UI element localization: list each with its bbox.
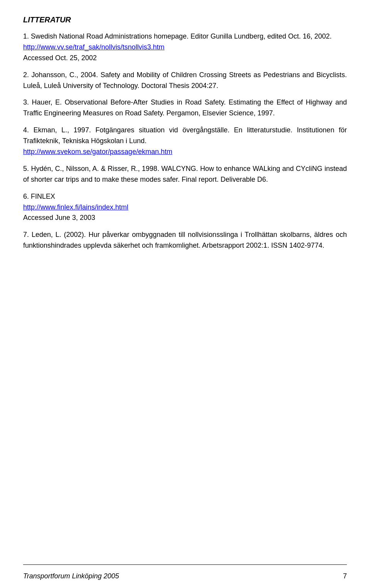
ref3-number: 3. bbox=[23, 98, 29, 106]
reference-2: 2. Johansson, C., 2004. Safety and Mobil… bbox=[23, 70, 347, 91]
ref1-number: 1. bbox=[23, 32, 29, 40]
ref6-link[interactable]: http://www.finlex.fi/lains/index.html bbox=[23, 203, 128, 211]
reference-7: 7. Leden, L. (2002). Hur påverkar ombygg… bbox=[23, 230, 347, 251]
reference-4: 4. Ekman, L., 1997. Fotgängares situatio… bbox=[23, 125, 347, 157]
reference-6: 6. FINLEX http://www.finlex.fi/lains/ind… bbox=[23, 191, 347, 224]
ref6-number: 6. bbox=[23, 193, 29, 200]
section-heading: LITTERATUR bbox=[23, 15, 347, 24]
ref4-number: 4. bbox=[23, 126, 29, 134]
ref4-link[interactable]: http://www.svekom.se/gator/passage/ekman… bbox=[23, 148, 172, 155]
ref6-accessed: Accessed June 3, 2003 bbox=[23, 214, 95, 221]
footer-page-number: 7 bbox=[343, 572, 347, 580]
footer-divider bbox=[23, 564, 347, 565]
ref5-number: 5. bbox=[23, 165, 29, 172]
footer-title: Transportforum Linköping 2005 bbox=[23, 572, 119, 580]
reference-5: 5. Hydén, C., Nilsson, A. & Risser, R., … bbox=[23, 164, 347, 185]
ref1-link[interactable]: http://www.vv.se/traf_sak/nollvis/tsnoll… bbox=[23, 43, 165, 51]
ref2-number: 2. bbox=[23, 71, 29, 79]
ref7-number: 7. bbox=[23, 231, 29, 238]
reference-3: 3. Hauer, E. Observational Before-After … bbox=[23, 97, 347, 119]
reference-1: 1. Swedish National Road Administrations… bbox=[23, 31, 347, 64]
footer-bar: Transportforum Linköping 2005 7 bbox=[23, 572, 347, 580]
ref1-accessed: Accessed Oct. 25, 2002 bbox=[23, 54, 97, 62]
ref1-body: Swedish National Road Administrations ho… bbox=[31, 32, 331, 40]
